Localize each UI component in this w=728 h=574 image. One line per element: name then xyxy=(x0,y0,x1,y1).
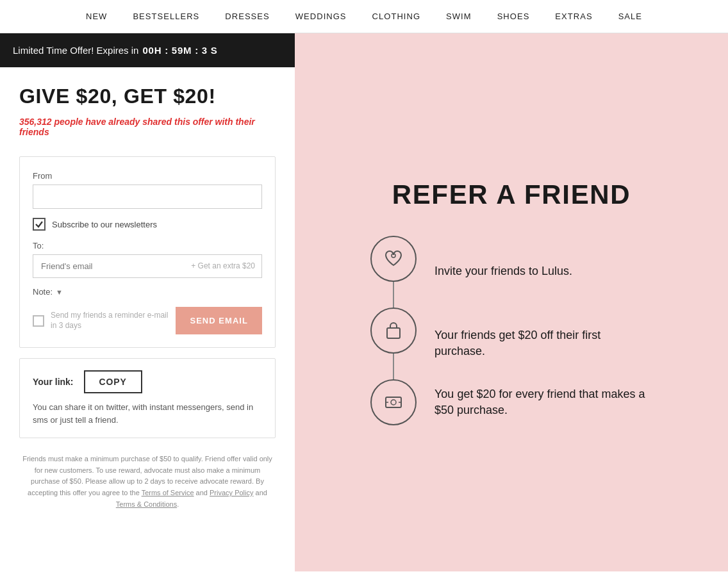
subscribe-checkbox[interactable] xyxy=(33,218,46,231)
timer-banner: Limited Time Offer! Expires in 00H : 59M… xyxy=(0,33,295,67)
nav-item-extras[interactable]: EXTRAS xyxy=(555,12,592,21)
step-3-text: You get $20 for every friend that makes … xyxy=(434,386,652,418)
nav-item-swim[interactable]: SWIM xyxy=(446,12,472,21)
link-description: You can share it on twitter, with instan… xyxy=(33,401,262,426)
nav-item-weddings[interactable]: WEDDINGS xyxy=(295,12,347,21)
terms-conditions-link[interactable]: Terms & Conditions xyxy=(116,500,177,508)
nav-item-dresses[interactable]: DRESSES xyxy=(225,12,269,21)
social-proof: 356,312 people have already shared this … xyxy=(19,117,276,137)
step-3-icon xyxy=(370,379,417,425)
step-2-icon-col xyxy=(370,308,417,379)
step-3-icon-col xyxy=(370,379,417,425)
step-1-icon xyxy=(370,236,417,282)
from-input[interactable] xyxy=(33,184,262,209)
friend-email-input[interactable] xyxy=(33,255,185,277)
main-headline: GIVE $20, GET $20! xyxy=(19,85,276,108)
send-email-button[interactable]: SEND EMAIL xyxy=(176,307,262,334)
timer-value: 00H : 59M : 3 S xyxy=(142,45,217,56)
note-row[interactable]: Note: ▼ xyxy=(33,287,262,297)
terms-of-service-link[interactable]: Terms of Service xyxy=(142,489,194,496)
note-dropdown-icon: ▼ xyxy=(56,288,63,296)
nav-item-new[interactable]: NEW xyxy=(86,12,107,21)
nav-item-shoes[interactable]: SHOES xyxy=(497,12,530,21)
from-label: From xyxy=(33,171,262,181)
friend-email-row: + Get an extra $20 xyxy=(33,254,262,278)
checkmark-icon xyxy=(35,220,44,229)
svg-rect-1 xyxy=(387,328,400,338)
copy-button[interactable]: COPY xyxy=(84,370,142,393)
timer-label: Limited Time Offer! Expires in xyxy=(13,45,138,56)
nav-item-clothing[interactable]: CLOTHING xyxy=(372,12,421,21)
link-row: Your link: COPY xyxy=(33,370,262,393)
headline-section: GIVE $20, GET $20! 356,312 people have a… xyxy=(0,67,295,156)
main-nav: NEW BESTSELLERS DRESSES WEDDINGS CLOTHIN… xyxy=(0,0,728,33)
to-label: To: xyxy=(33,241,262,250)
reminder-checkbox[interactable] xyxy=(33,315,44,327)
step-1-text: Invite your friends to Lulus. xyxy=(434,263,572,279)
step-2-text: Your friends get $20 off their first pur… xyxy=(434,327,652,359)
step-2-icon xyxy=(370,308,417,354)
steps-container: Invite your friends to Lulus. Your frien… xyxy=(370,236,652,425)
step-2: Your friends get $20 off their first pur… xyxy=(370,308,652,379)
nav-item-sale[interactable]: SALE xyxy=(618,12,642,21)
heart-icon xyxy=(382,247,405,270)
step-connector-1 xyxy=(393,282,394,308)
step-connector-2 xyxy=(393,354,394,379)
step-3: You get $20 for every friend that makes … xyxy=(370,379,652,425)
nav-item-bestsellers[interactable]: BESTSELLERS xyxy=(133,12,199,21)
link-card: Your link: COPY You can share it on twit… xyxy=(19,358,276,438)
step-1-icon-col xyxy=(370,236,417,308)
subscribe-row: Subscribe to our newsletters xyxy=(33,218,262,231)
right-panel: REFER A FRIEND Invite your friends to Lu… xyxy=(295,33,728,571)
dollar-icon xyxy=(382,391,405,414)
your-link-label: Your link: xyxy=(33,377,74,387)
main-container: Limited Time Offer! Expires in 00H : 59M… xyxy=(0,33,728,571)
note-label: Note: xyxy=(33,287,53,297)
privacy-policy-link[interactable]: Privacy Policy xyxy=(210,489,253,496)
refer-title: REFER A FRIEND xyxy=(392,179,631,210)
subscribe-label: Subscribe to our newsletters xyxy=(52,220,157,229)
reminder-row: Send my friends a reminder e-mail in 3 d… xyxy=(33,307,262,334)
bag-icon xyxy=(382,319,405,342)
step-1: Invite your friends to Lulus. xyxy=(370,236,652,308)
left-panel: Limited Time Offer! Expires in 00H : 59M… xyxy=(0,33,295,571)
svg-point-3 xyxy=(391,400,396,405)
extra-bonus: + Get an extra $20 xyxy=(185,255,261,277)
disclaimer: Friends must make a minimum purchase of … xyxy=(19,454,276,523)
reminder-label: Send my friends a reminder e-mail in 3 d… xyxy=(51,311,169,331)
form-card: From Subscribe to our newsletters To: + … xyxy=(19,156,276,348)
